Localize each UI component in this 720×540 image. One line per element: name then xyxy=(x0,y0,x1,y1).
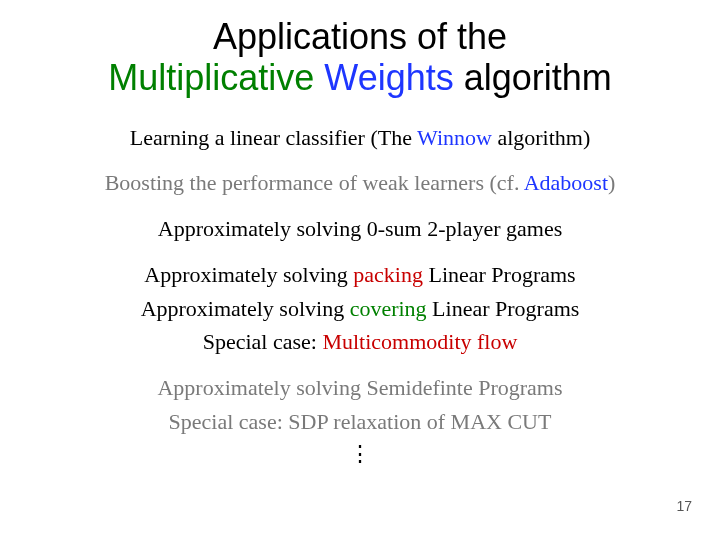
sdp-maxcut-term: SDP relaxation of MAX CUT xyxy=(288,409,551,434)
covering-term: covering xyxy=(350,296,427,321)
title-word-multiplicative: Multiplicative xyxy=(108,57,314,98)
bullet-covering-lp: Approximately solving covering Linear Pr… xyxy=(0,294,720,324)
multicommodity-term: Multicommodity flow xyxy=(322,329,517,354)
slide-title: Applications of the Multiplicative Weigh… xyxy=(0,0,720,99)
bullet-sdp: Approximately solving Semidefinte Progra… xyxy=(0,373,720,403)
title-word-algorithm: algorithm xyxy=(464,57,612,98)
bullet-sdp-maxcut: Special case: SDP relaxation of MAX CUT xyxy=(0,407,720,437)
bullet-multicommodity: Special case: Multicommodity flow xyxy=(0,327,720,357)
slide: Applications of the Multiplicative Weigh… xyxy=(0,0,720,540)
bullet-packing-lp: Approximately solving packing Linear Pro… xyxy=(0,260,720,290)
vertical-ellipsis-icon: ⋮ xyxy=(0,450,720,459)
adaboost-term: Adaboost xyxy=(524,170,608,195)
page-number: 17 xyxy=(676,498,692,514)
bullet-winnow: Learning a linear classifier (The Winnow… xyxy=(0,123,720,153)
winnow-term: Winnow xyxy=(417,125,492,150)
title-word-weights: Weights xyxy=(324,57,453,98)
packing-term: packing xyxy=(353,262,423,287)
title-line1: Applications of the xyxy=(213,16,507,57)
bullet-adaboost: Boosting the performance of weak learner… xyxy=(0,168,720,198)
bullet-zero-sum-games: Approximately solving 0-sum 2-player gam… xyxy=(0,214,720,244)
